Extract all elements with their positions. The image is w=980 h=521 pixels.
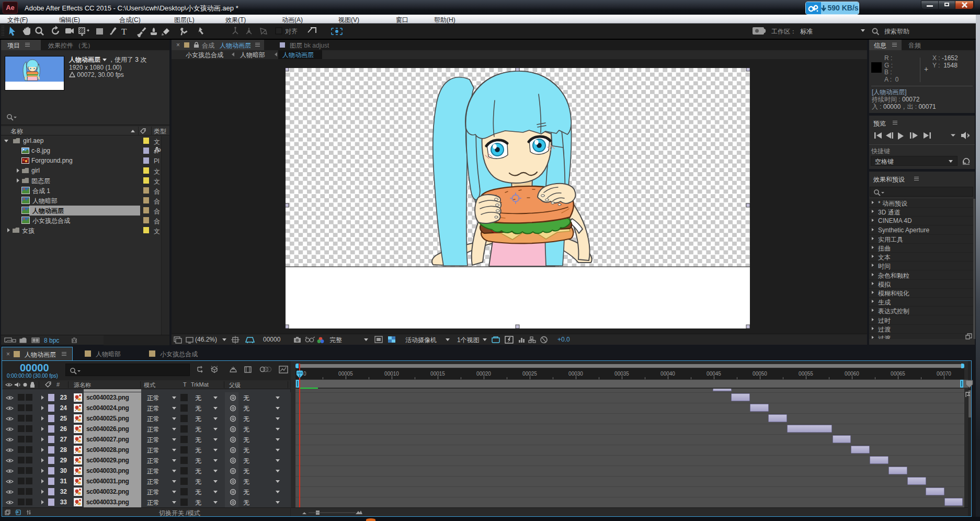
svg-text:T: T bbox=[121, 27, 127, 37]
svg-text:对齐: 对齐 bbox=[285, 28, 298, 35]
